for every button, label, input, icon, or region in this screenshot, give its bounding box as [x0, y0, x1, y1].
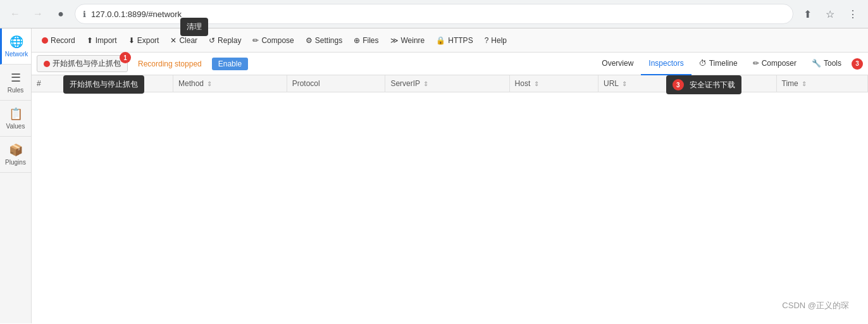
data-table: # Result ⇕ Method ⇕ Protocol ServerIP ⇕ …	[32, 75, 868, 92]
tools-icon: 🔧	[812, 59, 821, 68]
weinre-button[interactable]: ≫ Weinre	[385, 34, 430, 47]
watermark: CSDN @正义的琛	[782, 300, 849, 311]
table-container: # Result ⇕ Method ⇕ Protocol ServerIP ⇕ …	[32, 75, 868, 323]
export-button[interactable]: ⬇ Export	[123, 34, 164, 47]
sort-time-icon: ⇕	[802, 80, 807, 87]
import-label: Import	[96, 36, 117, 45]
files-button[interactable]: ⊕ Files	[349, 34, 383, 47]
sidebar-item-network[interactable]: 🌐 Network	[0, 28, 31, 65]
recording-status: Recording stopped	[130, 59, 209, 68]
settings-button[interactable]: ⚙ Settings	[301, 34, 347, 47]
tooltip-cert: 3 安全证书下载	[666, 75, 741, 94]
record-start-stop-button[interactable]: 1 开始抓包与停止抓包	[37, 55, 128, 72]
sort-host-icon: ⇕	[534, 80, 539, 87]
lock-icon: ℹ	[83, 9, 86, 19]
tab-tools-label: Tools	[824, 59, 841, 68]
sidebar-label-rules: Rules	[8, 87, 24, 94]
rules-icon: ☰	[11, 71, 21, 85]
browser-actions: ⬆ ☆ ⋮	[798, 5, 862, 23]
sidebar-label-values: Values	[6, 123, 25, 130]
https-icon: 🔒	[436, 36, 445, 45]
top-toolbar: Record ⬆ Import ⬇ Export ✕ Clear ↺ Repla…	[32, 28, 868, 53]
https-label: HTTPS	[448, 36, 473, 45]
tooltip-clear: 清理	[180, 28, 208, 36]
settings-icon: ⚙	[306, 36, 313, 45]
tab-composer-label: Composer	[762, 59, 797, 68]
col-host[interactable]: Host ⇕	[509, 75, 598, 92]
replay-icon: ↺	[209, 36, 215, 45]
import-icon: ⬆	[87, 36, 93, 45]
sidebar-item-values[interactable]: 📋 Values	[0, 101, 31, 137]
col-method[interactable]: Method ⇕	[173, 75, 287, 92]
record-dot	[42, 37, 48, 44]
col-serverip[interactable]: ServerIP ⇕	[385, 75, 509, 92]
values-icon: 📋	[9, 107, 23, 121]
tab-inspectors[interactable]: Inspectors	[641, 53, 691, 75]
bookmark-button[interactable]: ☆	[821, 5, 839, 23]
sidebar-item-rules[interactable]: ☰ Rules	[0, 65, 31, 101]
app-container: 🌐 Network ☰ Rules 📋 Values 📦 Plugins Rec…	[0, 28, 868, 323]
record-label: Record	[51, 36, 75, 45]
tooltip-record: 开始抓包与停止抓包	[63, 75, 144, 94]
sort-url-icon: ⇕	[622, 80, 627, 87]
files-icon: ⊕	[354, 36, 360, 45]
menu-button[interactable]: ⋮	[844, 5, 862, 23]
right-panel: Overview Inspectors ⏱ Timeline ✏ Compose…	[594, 53, 863, 75]
tab-overview[interactable]: Overview	[594, 53, 641, 75]
composer-icon: ✏	[753, 59, 759, 68]
weinre-label: Weinre	[401, 36, 425, 45]
browser-chrome: ← → ● ℹ ⬆ ☆ ⋮	[0, 0, 868, 28]
col-protocol[interactable]: Protocol	[287, 75, 385, 92]
import-button[interactable]: ⬆ Import	[82, 34, 122, 47]
sidebar: 🌐 Network ☰ Rules 📋 Values 📦 Plugins	[0, 28, 32, 323]
forward-button[interactable]: →	[29, 5, 47, 23]
badge-3-inline: 3	[673, 79, 684, 90]
compose-label: Compose	[261, 36, 294, 45]
clear-label: Clear	[179, 36, 197, 45]
help-label: Help	[491, 36, 507, 45]
main-content: Record ⬆ Import ⬇ Export ✕ Clear ↺ Repla…	[32, 28, 868, 323]
sort-method-icon: ⇕	[207, 80, 212, 87]
plugins-icon: 📦	[9, 143, 23, 157]
files-label: Files	[363, 36, 378, 45]
compose-icon: ✏	[252, 36, 259, 45]
export-icon: ⬇	[128, 36, 135, 45]
timeline-icon: ⏱	[699, 59, 707, 68]
back-button[interactable]: ←	[6, 5, 24, 23]
share-button[interactable]: ⬆	[798, 5, 816, 23]
table-header-row: # Result ⇕ Method ⇕ Protocol ServerIP ⇕ …	[32, 75, 868, 92]
help-button[interactable]: ? Help	[480, 34, 512, 47]
browser-toolbar: ← → ● ℹ ⬆ ☆ ⋮	[0, 0, 868, 28]
refresh-button[interactable]: ●	[52, 5, 70, 23]
record-button[interactable]: Record	[37, 34, 80, 47]
record-start-stop-label: 开始抓包与停止抓包	[53, 58, 121, 69]
col-time[interactable]: Time ⇕	[776, 75, 867, 92]
badge-1: 1	[120, 52, 131, 63]
table-header: # Result ⇕ Method ⇕ Protocol ServerIP ⇕ …	[32, 75, 868, 92]
help-icon: ?	[485, 36, 489, 45]
sub-toolbar: 1 开始抓包与停止抓包 开始抓包与停止抓包 Recording stopped …	[32, 53, 868, 75]
tab-tools[interactable]: 🔧 Tools	[804, 53, 849, 75]
badge-3: 3	[852, 58, 863, 70]
sidebar-label-network: Network	[5, 51, 28, 58]
tooltip-record-text: 开始抓包与停止抓包	[70, 80, 138, 89]
clear-icon: ✕	[170, 36, 177, 45]
tab-timeline[interactable]: ⏱ Timeline	[691, 53, 745, 75]
export-label: Export	[137, 36, 159, 45]
record-indicator	[44, 61, 50, 67]
weinre-icon: ≫	[390, 36, 399, 45]
network-icon: 🌐	[9, 35, 23, 49]
replay-label: Replay	[218, 36, 241, 45]
https-button[interactable]: 🔒 HTTPS	[431, 34, 478, 47]
tab-timeline-label: Timeline	[709, 59, 738, 68]
tab-composer[interactable]: ✏ Composer	[745, 53, 804, 75]
sidebar-item-plugins[interactable]: 📦 Plugins	[0, 137, 31, 173]
compose-button[interactable]: ✏ Compose	[247, 34, 299, 47]
replay-button[interactable]: ↺ Replay	[204, 34, 246, 47]
sort-serverip-icon: ⇕	[423, 80, 428, 87]
enable-button[interactable]: Enable	[212, 58, 248, 70]
sidebar-label-plugins: Plugins	[5, 159, 26, 166]
tooltip-cert-text: 安全证书下载	[690, 80, 735, 89]
settings-label: Settings	[315, 36, 342, 45]
